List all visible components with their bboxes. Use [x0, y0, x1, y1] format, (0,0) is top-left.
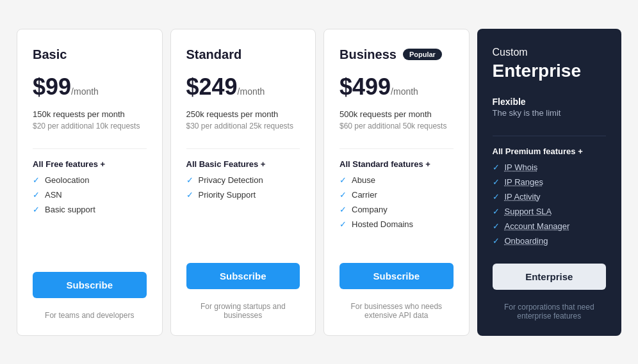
- feature-text: Support SLA: [505, 207, 552, 216]
- plan-price: $249/month: [186, 74, 300, 100]
- feature-text: ASN: [45, 190, 62, 200]
- check-icon: ✓: [186, 175, 193, 185]
- plan-card-business: BusinessPopular $499/month 500k requests…: [323, 29, 470, 336]
- feature-text: Hosted Domains: [352, 219, 413, 229]
- popular-badge: Popular: [403, 49, 442, 60]
- plan-footer: For growing startups and businesses: [186, 302, 300, 320]
- feature-item: ✓ IP Ranges: [493, 177, 607, 187]
- feature-text: Basic support: [45, 205, 95, 214]
- check-icon: ✓: [493, 162, 500, 172]
- subscribe-button-business[interactable]: Subscribe: [339, 263, 454, 289]
- feature-item: ✓ IP Whois: [493, 162, 607, 172]
- feature-list: ✓ IP Whois ✓ IP Ranges ✓ IP Activity ✓ S…: [493, 162, 607, 251]
- plan-footer: For teams and developers: [33, 311, 147, 320]
- feature-list: ✓ Geolocation ✓ ASN ✓ Basic support: [33, 175, 147, 259]
- feature-text: IP Activity: [505, 192, 541, 202]
- check-icon: ✓: [493, 236, 500, 246]
- subscribe-button-basic[interactable]: Subscribe: [33, 272, 147, 298]
- check-icon: ✓: [33, 175, 40, 185]
- plan-header: Standard: [186, 47, 300, 62]
- check-icon: ✓: [493, 177, 500, 187]
- plan-name: Custom: [493, 47, 607, 58]
- divider: [186, 148, 300, 149]
- plan-footer: For businesses who needs extensive API d…: [339, 302, 454, 320]
- check-icon: ✓: [339, 205, 347, 214]
- pricing-container: Basic $99/month 150k requests per month …: [13, 29, 625, 336]
- feature-item: ✓ Account Manager: [493, 221, 607, 231]
- feature-text: IP Whois: [505, 162, 538, 172]
- feature-text: IP Ranges: [505, 177, 543, 187]
- feature-item: ✓ Support SLA: [493, 207, 607, 216]
- plan-card-standard: Standard $249/month 250k requests per mo…: [170, 29, 316, 336]
- plan-additional: $30 per additional 25k requests: [186, 122, 300, 131]
- feature-text: Priority Support: [199, 190, 256, 200]
- price-period: /month: [71, 86, 99, 97]
- plan-requests: 500k requests per month: [339, 109, 454, 119]
- feature-text: Onboarding: [505, 236, 548, 246]
- divider: [33, 148, 147, 149]
- features-label: All Free features +: [33, 159, 147, 169]
- check-icon: ✓: [339, 190, 347, 200]
- plan-requests: 250k requests per month: [186, 109, 300, 119]
- feature-item: ✓ Onboarding: [493, 236, 607, 246]
- price-period: /month: [238, 86, 265, 97]
- feature-text: Carrier: [352, 190, 377, 200]
- feature-item: ✓ Company: [339, 205, 454, 214]
- feature-text: Company: [352, 205, 388, 214]
- plan-header: Basic: [33, 47, 147, 62]
- sky-limit-text: The sky is the limit: [493, 108, 607, 118]
- plan-footer: For corporations that need enterprise fe…: [493, 303, 607, 320]
- feature-text: Geolocation: [45, 175, 89, 185]
- plan-price: $99/month: [33, 74, 147, 100]
- features-label: All Premium features +: [493, 146, 607, 156]
- price-amount: $499: [339, 74, 391, 100]
- check-icon: ✓: [493, 207, 500, 216]
- divider: [339, 148, 454, 149]
- features-label: All Standard features +: [339, 159, 454, 169]
- feature-item: ✓ Privacy Detection: [186, 175, 300, 185]
- subscribe-button-standard[interactable]: Subscribe: [186, 263, 300, 289]
- feature-item: ✓ IP Activity: [493, 192, 607, 202]
- check-icon: ✓: [339, 219, 347, 229]
- plan-header: BusinessPopular: [339, 47, 454, 62]
- check-icon: ✓: [493, 192, 500, 202]
- features-label: All Basic Features +: [186, 159, 300, 169]
- check-icon: ✓: [339, 175, 347, 185]
- check-icon: ✓: [186, 190, 193, 200]
- feature-text: Privacy Detection: [199, 175, 263, 185]
- plan-header: Custom Enterprise: [493, 47, 607, 91]
- feature-text: Account Manager: [505, 221, 570, 231]
- flexible-text: Flexible: [493, 97, 607, 107]
- plan-card-basic: Basic $99/month 150k requests per month …: [17, 29, 163, 336]
- plan-requests: 150k requests per month: [33, 109, 147, 119]
- plan-name: Standard: [186, 47, 300, 62]
- feature-list: ✓ Privacy Detection ✓ Priority Support: [186, 175, 300, 250]
- feature-item: ✓ Basic support: [33, 205, 147, 214]
- price-amount: $249: [186, 74, 238, 100]
- feature-item: ✓ Hosted Domains: [339, 219, 454, 229]
- price-amount: $99: [33, 74, 71, 100]
- price-period: /month: [391, 86, 418, 97]
- plan-card-enterprise: Custom Enterprise Flexible The sky is th…: [477, 29, 622, 336]
- plan-name: Basic: [33, 47, 147, 62]
- divider: [493, 136, 607, 136]
- feature-item: ✓ Carrier: [339, 190, 454, 200]
- feature-text: Abuse: [352, 175, 375, 185]
- check-icon: ✓: [493, 221, 500, 231]
- feature-item: ✓ Abuse: [339, 175, 454, 185]
- plan-additional: $60 per additional 50k requests: [339, 122, 454, 131]
- feature-list: ✓ Abuse ✓ Carrier ✓ Company ✓ Hosted Dom…: [339, 175, 454, 250]
- check-icon: ✓: [33, 205, 40, 214]
- plan-price: $499/month: [339, 74, 454, 100]
- feature-item: ✓ Geolocation: [33, 175, 147, 185]
- enterprise-title: Enterprise: [493, 61, 607, 81]
- plan-additional: $20 per additional 10k requests: [33, 122, 147, 131]
- plan-name: BusinessPopular: [339, 47, 454, 62]
- enterprise-button[interactable]: Enterprise: [493, 264, 607, 290]
- check-icon: ✓: [33, 190, 40, 200]
- feature-item: ✓ Priority Support: [186, 190, 300, 200]
- feature-item: ✓ ASN: [33, 190, 147, 200]
